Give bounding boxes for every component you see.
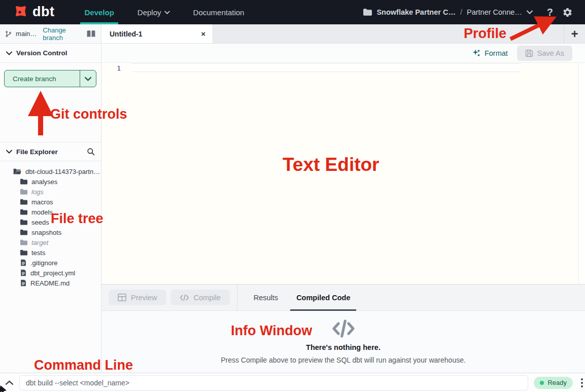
branch-bar: main… Change branch: [0, 24, 101, 44]
sparkle-icon: [472, 49, 480, 57]
tree-item-readme-md[interactable]: README.md: [0, 278, 101, 288]
folder-icon: [20, 179, 27, 185]
tree-item-project-root[interactable]: dbt-cloud-114373-partn…: [0, 166, 101, 176]
editor-tab-bar: Untitled-1 × +: [101, 24, 585, 44]
project-name: Partner Conne…: [467, 8, 522, 16]
tree-item-tests[interactable]: tests: [0, 247, 101, 258]
format-label: Format: [485, 49, 508, 57]
command-input[interactable]: [19, 375, 528, 390]
format-button[interactable]: Format: [472, 49, 508, 57]
empty-state-title: There's nothing here.: [306, 343, 381, 351]
top-navigation-bar: dbt Develop Deploy Documentation Snowfla…: [0, 0, 585, 24]
tab-close-icon[interactable]: ×: [201, 30, 205, 38]
tab-label: Untitled-1: [110, 30, 143, 38]
folder-icon: [20, 229, 27, 235]
create-branch-dropdown[interactable]: [80, 70, 96, 87]
dbt-logo-text: dbt: [32, 5, 54, 19]
status-dot-icon: [540, 381, 544, 385]
top-nav: Develop Deploy Documentation: [73, 0, 256, 24]
tab-untitled-1[interactable]: Untitled-1 ×: [101, 24, 213, 43]
code-empty-state-icon: [330, 318, 357, 339]
save-as-button[interactable]: Save As: [517, 46, 572, 61]
version-control-header[interactable]: Version Control: [0, 44, 101, 63]
tree-item-snapshots[interactable]: snapshots: [0, 227, 101, 237]
table-icon: [118, 294, 126, 301]
sidebar: Version Control Create branch File Explo…: [0, 44, 101, 373]
git-branch-icon: [5, 30, 12, 38]
folder-icon: [20, 239, 27, 245]
file-tree: dbt-cloud-114373-partn… analyses logs ma…: [0, 166, 101, 288]
tree-item-seeds[interactable]: seeds: [0, 217, 101, 227]
file-explorer-header[interactable]: File Explorer: [0, 142, 101, 161]
new-tab-button[interactable]: +: [564, 24, 585, 43]
info-window: Preview Compile Results Compiled Code Th…: [101, 284, 585, 373]
editor-scrollbar[interactable]: [578, 63, 585, 284]
folder-icon: [20, 189, 27, 195]
chevron-down-icon: [164, 11, 170, 14]
search-icon[interactable]: [87, 148, 95, 156]
change-branch-link[interactable]: Change branch: [43, 26, 82, 42]
create-branch-button[interactable]: Create branch: [4, 70, 96, 87]
file-icon: [20, 279, 26, 287]
nav-develop[interactable]: Develop: [73, 0, 125, 24]
chevron-down-icon: [85, 77, 91, 81]
file-icon: [20, 259, 26, 266]
chevron-down-icon: [527, 10, 533, 14]
tree-item-gitignore[interactable]: .gitignore: [0, 258, 101, 268]
folder-icon: [20, 219, 27, 225]
compile-label: Compile: [194, 294, 221, 302]
dbt-cloud-ide: dbt Develop Deploy Documentation Snowfla…: [0, 0, 585, 392]
create-branch-label: Create branch: [5, 70, 80, 87]
nav-documentation[interactable]: Documentation: [182, 0, 256, 24]
current-branch: main…: [16, 30, 37, 38]
folder-icon: [20, 250, 27, 256]
chevron-down-icon: [6, 51, 12, 55]
expand-command-history-button[interactable]: [0, 380, 19, 385]
preview-button[interactable]: Preview: [109, 290, 166, 305]
settings-gear-icon[interactable]: [562, 7, 573, 18]
folder-icon: [20, 209, 27, 215]
editor-toolbar: Format Save As: [101, 44, 585, 63]
docs-book-icon[interactable]: [86, 30, 96, 38]
folder-icon: [363, 9, 372, 16]
save-icon: [525, 49, 533, 57]
file-icon: [20, 269, 26, 276]
editor-active-line[interactable]: [131, 63, 521, 72]
compile-button[interactable]: Compile: [170, 290, 230, 305]
account-name: Snowflake Partner C…: [376, 8, 456, 16]
dbt-logo-icon: [10, 3, 29, 21]
breadcrumb-separator: /: [460, 8, 462, 16]
tree-item-analyses[interactable]: analyses: [0, 176, 101, 187]
chevron-down-icon: [6, 150, 12, 154]
text-editor[interactable]: 1: [101, 63, 585, 284]
tree-item-macros[interactable]: macros: [0, 197, 101, 207]
status-badge: Ready: [534, 377, 573, 389]
folder-icon: [20, 199, 27, 205]
dbt-logo[interactable]: dbt: [0, 3, 54, 21]
folder-open-icon: [13, 168, 21, 175]
version-control-title: Version Control: [16, 49, 67, 57]
command-options-kebab-menu[interactable]: [579, 376, 585, 389]
save-as-label: Save As: [537, 49, 564, 57]
command-line-bar: Ready: [0, 373, 585, 392]
nav-deploy[interactable]: Deploy: [126, 0, 182, 24]
code-icon: [180, 294, 189, 301]
project-selector[interactable]: Snowflake Partner C… / Partner Conne…: [363, 8, 532, 16]
preview-label: Preview: [131, 294, 157, 302]
topbar-right: Snowflake Partner C… / Partner Conne… ?: [363, 7, 585, 18]
tree-item-logs[interactable]: logs: [0, 187, 101, 197]
chevron-up-icon: [6, 380, 13, 385]
tab-compiled-code[interactable]: Compiled Code: [294, 284, 352, 311]
line-number: 1: [101, 64, 121, 72]
status-label: Ready: [547, 379, 567, 386]
empty-state-subtitle: Press Compile above to preview the SQL d…: [221, 356, 466, 364]
tree-item-target[interactable]: target: [0, 237, 101, 247]
file-explorer-title: File Explorer: [16, 148, 58, 156]
tree-item-models[interactable]: models: [0, 207, 101, 217]
panel-separator: [237, 284, 237, 310]
info-window-header: Preview Compile Results Compiled Code: [101, 284, 585, 311]
tree-item-dbt-project-yml[interactable]: dbt_project.yml: [0, 268, 101, 278]
tab-results[interactable]: Results: [252, 284, 280, 311]
info-window-body: There's nothing here. Press Compile abov…: [101, 311, 585, 373]
help-button[interactable]: ?: [538, 7, 557, 18]
